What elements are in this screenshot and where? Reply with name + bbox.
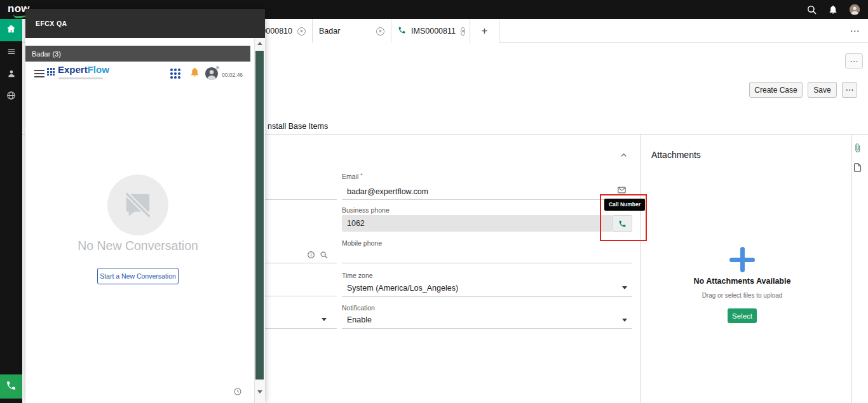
add-attachment-plus-icon[interactable] <box>729 247 755 272</box>
conversation-header-label: Badar (3) <box>32 50 61 58</box>
chevron-down-icon[interactable] <box>622 319 627 322</box>
sidebar-item-home[interactable] <box>0 19 22 41</box>
field-underline <box>254 328 337 329</box>
required-marker: * <box>360 172 363 178</box>
business-phone-field[interactable]: 1062 <box>342 215 613 232</box>
attachments-select-button[interactable]: Select <box>728 308 757 323</box>
paperclip-icon[interactable] <box>853 143 862 155</box>
email-field[interactable]: badar@expertflow.com <box>347 187 428 196</box>
close-tab-icon[interactable]: × <box>376 27 384 36</box>
workspace-tab-label: 0000810 <box>261 27 292 36</box>
field-underline <box>342 328 632 329</box>
business-phone-label: Business phone <box>342 206 390 214</box>
globe-icon <box>6 90 17 103</box>
time-zone-select[interactable]: System (America/Los_Angeles) <box>347 284 458 293</box>
call-tab-phone-icon <box>398 26 406 36</box>
attachments-empty-hint: Drag or select files to upload <box>647 292 837 299</box>
document-icon[interactable] <box>853 162 862 175</box>
workspace-tab-active[interactable]: Badar × <box>313 19 391 43</box>
expertflow-logo: ExpertFlow <box>58 65 109 75</box>
scroll-up-arrow[interactable] <box>257 42 262 45</box>
dialpad-icon[interactable] <box>170 69 180 79</box>
call-timer: 00:02:46 <box>222 72 243 78</box>
chevron-down-icon[interactable] <box>622 286 627 289</box>
collapse-section-chevron[interactable] <box>619 150 628 162</box>
expertflow-logo-grid-icon <box>47 68 55 76</box>
rail-divider <box>851 135 852 403</box>
info-icon[interactable] <box>307 250 315 261</box>
attachments-title: Attachments <box>651 150 701 160</box>
sidebar-item-phone[interactable] <box>0 374 22 399</box>
agent-status-dot <box>215 65 220 70</box>
save-button[interactable]: Save <box>808 82 837 98</box>
softphone-bell-icon[interactable] <box>189 67 200 80</box>
conversation-header[interactable]: Badar (3) <box>25 46 250 62</box>
create-case-button[interactable]: Create Case <box>749 82 803 98</box>
field-underline <box>342 263 632 263</box>
add-tab-button[interactable]: + <box>470 19 499 43</box>
call-number-tooltip: Call Number <box>604 199 645 211</box>
user-avatar[interactable] <box>849 4 860 15</box>
reference-search-icon[interactable] <box>320 250 328 261</box>
sidebar-item-lists[interactable] <box>0 41 22 63</box>
workspace-tab-label: Badar <box>319 27 340 36</box>
panel-divider <box>640 135 641 403</box>
home-icon <box>6 23 17 37</box>
start-conversation-button[interactable]: Start a New Conversation <box>97 268 179 284</box>
field-underline <box>342 199 632 200</box>
call-phone-icon <box>618 220 627 228</box>
workspace-tab[interactable]: IMS0000811 × <box>391 19 470 43</box>
attachments-empty-title: No Attachments Available <box>647 277 837 286</box>
context-more-button[interactable]: ⋯ <box>845 53 863 69</box>
brand-part1: Expert <box>58 64 88 75</box>
agent-inbox-icon <box>6 69 17 81</box>
notification-label: Notification <box>342 304 375 312</box>
close-tab-icon[interactable]: × <box>461 27 465 36</box>
notification-select[interactable]: Enable <box>347 315 372 324</box>
record-overflow-button[interactable]: ⋯ <box>842 82 857 98</box>
field-underline <box>254 199 337 200</box>
softphone-title-bar: EFCX QA <box>25 9 265 38</box>
tab-bar-more-button[interactable]: ⋯ <box>846 24 863 38</box>
mobile-phone-label: Mobile phone <box>342 239 382 247</box>
list-icon <box>6 46 17 59</box>
overlay-scrollbar-thumb[interactable] <box>255 51 264 380</box>
email-label: Email* <box>342 172 363 180</box>
field-underline <box>254 296 337 296</box>
brand-part2: Flow <box>88 64 109 75</box>
left-nav <box>0 19 22 403</box>
no-conversation-graphic <box>107 175 168 235</box>
sidebar-item-inbox[interactable] <box>0 63 22 86</box>
tab-install-base-items[interactable]: nstall Base Items <box>268 122 328 131</box>
close-tab-icon[interactable]: × <box>297 27 306 36</box>
add-tab-label: + <box>482 25 488 37</box>
empty-state-text: No New Conversation <box>25 239 250 253</box>
notifications-icon[interactable] <box>827 4 839 15</box>
chat-slash-icon <box>123 190 153 220</box>
history-clock-icon[interactable] <box>233 387 242 399</box>
scroll-down-arrow[interactable] <box>257 390 262 393</box>
workspace-tab-label: IMS0000811 <box>411 27 456 36</box>
email-label-text: Email <box>342 173 358 180</box>
field-underline <box>254 263 337 263</box>
softphone-overlay: EFCX QA Badar (3) ExpertFlow 00:02:46 <box>25 9 265 403</box>
sidebar-item-workspaces[interactable] <box>0 86 22 108</box>
search-icon[interactable] <box>806 4 817 15</box>
header-actions <box>806 0 860 19</box>
field-underline <box>342 296 632 297</box>
softphone-title: EFCX QA <box>36 20 67 27</box>
chevron-down-icon[interactable] <box>322 318 327 321</box>
email-envelope-icon[interactable] <box>617 185 627 197</box>
call-number-button[interactable] <box>613 215 632 232</box>
app-root: now <box>0 0 868 403</box>
hamburger-menu-icon[interactable] <box>34 70 44 77</box>
phone-icon <box>6 380 17 393</box>
time-zone-label: Time zone <box>342 272 373 279</box>
brand-tagline <box>58 77 103 79</box>
